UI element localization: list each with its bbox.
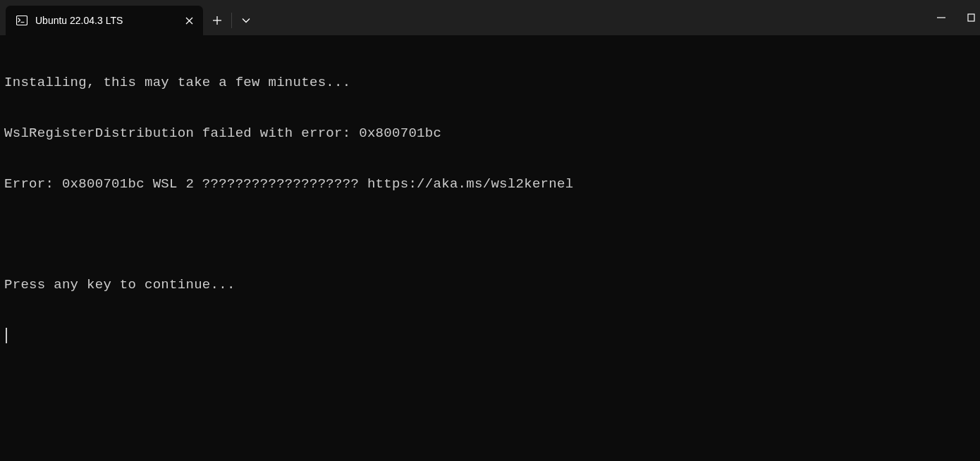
close-icon [185, 17, 193, 25]
terminal-cursor-line [4, 328, 976, 345]
terminal-line: Installing, this may take a few minutes.… [4, 75, 976, 92]
window-controls [924, 0, 980, 35]
svg-rect-7 [968, 14, 974, 21]
terminal-icon [16, 14, 28, 27]
close-tab-button[interactable] [182, 13, 196, 27]
minimize-icon [937, 17, 945, 18]
terminal-line: WslRegisterDistribution failed with erro… [4, 125, 976, 142]
terminal-line: Press any key to continue... [4, 277, 976, 294]
chevron-down-icon [242, 18, 250, 23]
terminal-tab[interactable]: Ubuntu 22.04.3 LTS [6, 6, 203, 35]
tab-dropdown-button[interactable] [232, 6, 260, 35]
maximize-icon [967, 13, 977, 22]
tab-title: Ubuntu 22.04.3 LTS [35, 15, 182, 26]
tab-actions [203, 6, 260, 35]
cursor [6, 328, 7, 343]
terminal-line [4, 227, 976, 244]
maximize-button[interactable] [959, 0, 980, 35]
title-bar: Ubuntu 22.04.3 LTS [0, 0, 980, 35]
plus-icon [213, 16, 221, 25]
minimize-button[interactable] [924, 0, 959, 35]
svg-rect-0 [17, 16, 27, 25]
terminal-line: Error: 0x800701bc WSL 2 ????????????????… [4, 176, 976, 193]
new-tab-button[interactable] [203, 6, 231, 35]
terminal-content[interactable]: Installing, this may take a few minutes.… [0, 35, 980, 367]
